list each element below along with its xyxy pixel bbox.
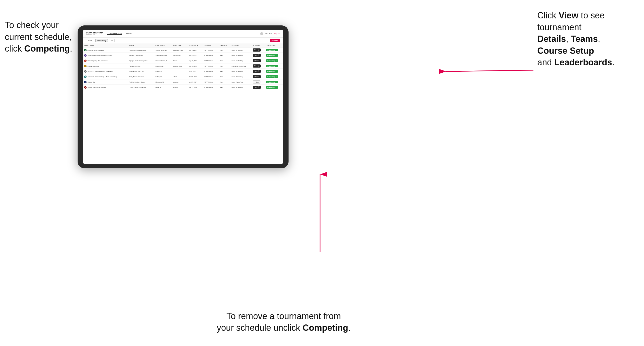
col-gender: GENDER	[219, 44, 230, 47]
annotation-teams-bold: Teams	[571, 34, 598, 44]
cell-scoring: team, Stroke Play	[230, 69, 252, 74]
cell-start-date: Oct 11, 2023	[188, 74, 203, 79]
col-hosted-by: HOSTED BY	[172, 44, 188, 47]
edit-button[interactable]: ✏ Edit	[253, 80, 260, 84]
competing-badge[interactable]: Competing ✓	[266, 70, 278, 73]
cell-hosted-by: Arizona State	[172, 63, 188, 69]
view-button[interactable]: View ⓘ	[253, 59, 261, 62]
col-start-date: START DATE	[188, 44, 203, 47]
cell-city-state: Dallas, TX	[154, 69, 172, 74]
cell-hosted-by: Hawaii	[172, 85, 188, 90]
competing-badge[interactable]: Competing ✓	[266, 54, 278, 57]
competing-badge[interactable]: Competing ✓	[266, 59, 278, 62]
cell-start-date: Sep 4, 2023	[188, 47, 203, 53]
cell-actions: View ⓘ	[252, 47, 265, 53]
event-name-text: Jackson T. Stephens Cup – Stroke Play	[88, 71, 113, 72]
table-row: I OFCC Fighting Illini Invitational Olym…	[83, 58, 283, 63]
cell-start-date: Sep 18, 2023	[188, 63, 203, 69]
col-actions: ACTIONS	[252, 44, 265, 47]
cell-gender: Men	[219, 47, 230, 53]
scoreboard-brand: SCOREBOARD Powered by clippi	[86, 32, 103, 35]
cell-city-state: Grand Haven, MI	[154, 47, 172, 53]
tab-competing[interactable]: Competing	[95, 39, 108, 42]
cell-gender: Men	[219, 85, 230, 90]
team-logo: S	[84, 49, 86, 51]
nav-link-teams[interactable]: TEAMS	[126, 32, 133, 35]
cell-city-state: Olympia Fields, IL	[154, 58, 172, 63]
annotation-period: .	[70, 44, 72, 53]
view-button[interactable]: View ⓘ	[253, 48, 261, 52]
view-button[interactable]: View ⓘ	[253, 75, 261, 78]
event-name-text: John A. Burns Intercollegiate	[88, 87, 106, 88]
cell-scoring: team, Stroke Play	[230, 53, 252, 58]
cell-division: NCAA Division I	[203, 58, 219, 63]
team-logo: I	[84, 60, 86, 62]
annotation-competing-bold: Competing	[24, 44, 70, 53]
cell-venue: Papago Golf Club	[128, 63, 154, 69]
competing-badge[interactable]: Competing ✓	[266, 81, 278, 83]
team-logo: J	[84, 70, 86, 73]
cell-competing: Competing ✓	[265, 79, 283, 85]
sign-out-link[interactable]: Sign out	[274, 33, 280, 34]
cell-start-date: Sep 9, 2023	[188, 53, 203, 58]
view-button[interactable]: View ⓘ	[253, 54, 261, 57]
cell-venue: Trinity Forest Golf Club	[128, 74, 154, 79]
cell-event-name: W 2023 Sahalee Players Championship	[83, 53, 128, 58]
tablet-frame: SCOREBOARD Powered by clippi TOURNAMENTS…	[78, 25, 288, 168]
cell-hosted-by: Michigan State	[172, 47, 188, 53]
view-button[interactable]: View ⓘ	[253, 70, 261, 73]
event-name-text: Copper Cup	[88, 81, 95, 83]
cell-scoring: team, Stroke Play	[230, 85, 252, 90]
cell-event-name: S Folds of Honor Collegiate	[83, 47, 128, 53]
col-competing: COMPETING	[265, 44, 283, 47]
table-body: S Folds of Honor Collegiate American Dun…	[83, 47, 283, 90]
view-button[interactable]: View ⓘ	[253, 64, 261, 68]
cell-venue: Trinity Forest Golf Club	[128, 69, 154, 74]
cell-gender: Men	[219, 69, 230, 74]
cell-start-date: Sep 15, 2023	[188, 58, 203, 63]
table-row: S Folds of Honor Collegiate American Dun…	[83, 47, 283, 53]
cell-event-name: J Jackson T. Stephens Cup – Stroke Play	[83, 69, 128, 74]
competing-badge[interactable]: Competing ✓	[266, 65, 278, 67]
tab-all[interactable]: All	[109, 39, 115, 42]
table-row: W 2023 Sahalee Players Championship Saha…	[83, 53, 283, 58]
competing-badge[interactable]: Competing ✓	[266, 49, 278, 51]
cell-division: NCAA Division I	[203, 53, 219, 58]
competing-badge[interactable]: Competing ✓	[266, 86, 278, 89]
cell-scoring: team, Stroke Play	[230, 47, 252, 53]
cell-scoring: team, Match Play	[230, 79, 252, 85]
cell-actions: View ⓘ	[252, 63, 265, 69]
col-division: DIVISION	[203, 44, 219, 47]
annotation-coursesetup-bold: Course Setup	[537, 46, 594, 56]
user-icon	[260, 32, 263, 35]
cell-actions: View ⓘ	[252, 85, 265, 90]
cell-start-date: Jan 14, 2024	[188, 79, 203, 85]
create-button[interactable]: + Create	[270, 39, 280, 42]
table-header-row: EVENT NAME VENUE CITY, STATE HOSTED BY S…	[83, 44, 283, 47]
cell-hosted-by	[172, 69, 188, 74]
cell-scoring: team, Match Play	[230, 74, 252, 79]
event-name-text: Jackson T. Stephens Cup – Men's Match Pl…	[88, 76, 117, 77]
cell-venue: Olympia Fields Country Club	[128, 58, 154, 63]
tablet-screen: SCOREBOARD Powered by clippi TOURNAMENTS…	[83, 30, 283, 164]
cell-venue: American Dunes Golf Club	[128, 47, 154, 53]
tab-home[interactable]: Home	[86, 39, 94, 42]
cell-actions: View ⓘ	[252, 69, 265, 74]
cell-start-date: Oct 9, 2023	[188, 69, 203, 74]
team-logo: P	[84, 65, 86, 67]
cell-event-name: J Jackson T. Stephens Cup – Men's Match …	[83, 74, 128, 79]
cell-hosted-by: Washington	[172, 53, 188, 58]
cell-event-name: P Papago Individual	[83, 63, 128, 69]
cell-competing: Competing ✓	[265, 58, 283, 63]
table-container: EVENT NAME VENUE CITY, STATE HOSTED BY S…	[83, 44, 283, 164]
competing-badge[interactable]: Competing ✓	[266, 75, 278, 78]
cell-city-state: Dallas, TX	[154, 74, 172, 79]
nav-link-tournaments[interactable]: TOURNAMENTS	[107, 32, 122, 35]
cell-competing: Competing ✓	[265, 74, 283, 79]
cell-scoring: individual, Stroke Play	[230, 63, 252, 69]
nav-bar: SCOREBOARD Powered by clippi TOURNAMENTS…	[83, 30, 283, 37]
col-scoring: SCORING	[230, 44, 252, 47]
annotation-top-right: Click View to see tournament Details, Te…	[537, 10, 639, 68]
view-button[interactable]: View ⓘ	[253, 86, 261, 89]
brand-sub: Powered by clippi	[86, 34, 103, 35]
